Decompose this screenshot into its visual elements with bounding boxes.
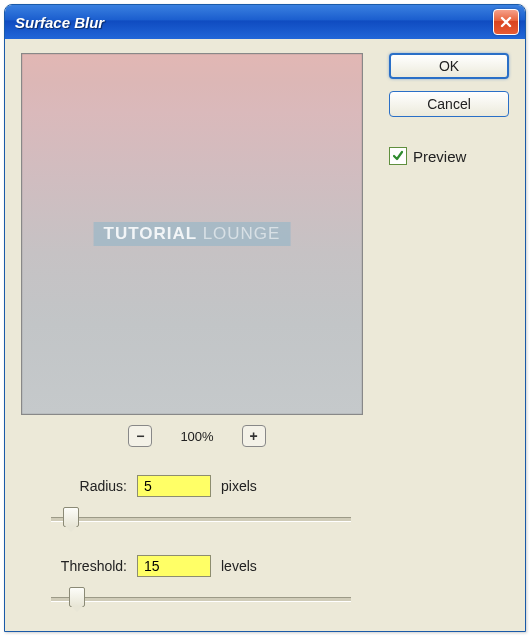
threshold-label: Threshold: xyxy=(51,558,127,574)
window-title: Surface Blur xyxy=(15,14,104,31)
preview-checkbox-row: Preview xyxy=(389,147,509,165)
threshold-row: Threshold: levels xyxy=(51,555,373,577)
watermark-strong: TUTORIAL xyxy=(104,224,197,243)
watermark-light: LOUNGE xyxy=(203,224,281,243)
titlebar[interactable]: Surface Blur xyxy=(5,5,525,39)
slider-track xyxy=(51,597,351,602)
radius-row: Radius: pixels xyxy=(51,475,373,497)
minus-icon: − xyxy=(136,428,144,444)
close-icon xyxy=(500,16,512,28)
preview-label: Preview xyxy=(413,148,466,165)
surface-blur-dialog: Surface Blur TUTORIAL LOUNGE − 100% + xyxy=(4,4,526,632)
check-icon xyxy=(392,150,404,162)
radius-input[interactable] xyxy=(137,475,211,497)
radius-label: Radius: xyxy=(51,478,127,494)
watermark: TUTORIAL LOUNGE xyxy=(94,222,291,246)
right-column: OK Cancel Preview xyxy=(389,53,509,617)
zoom-in-button[interactable]: + xyxy=(242,425,266,447)
preview-checkbox[interactable] xyxy=(389,147,407,165)
radius-unit: pixels xyxy=(221,478,257,494)
zoom-level: 100% xyxy=(180,429,213,444)
cancel-button[interactable]: Cancel xyxy=(389,91,509,117)
zoom-controls: − 100% + xyxy=(21,425,373,447)
radius-slider-thumb[interactable] xyxy=(63,507,79,527)
slider-track xyxy=(51,517,351,522)
threshold-input[interactable] xyxy=(137,555,211,577)
radius-slider[interactable] xyxy=(51,507,351,527)
close-button[interactable] xyxy=(493,9,519,35)
dialog-body: TUTORIAL LOUNGE − 100% + Radius: pixels xyxy=(5,39,525,631)
ok-button[interactable]: OK xyxy=(389,53,509,79)
preview-image[interactable]: TUTORIAL LOUNGE xyxy=(21,53,363,415)
threshold-slider-thumb[interactable] xyxy=(69,587,85,607)
left-column: TUTORIAL LOUNGE − 100% + Radius: pixels xyxy=(21,53,373,617)
zoom-out-button[interactable]: − xyxy=(128,425,152,447)
threshold-slider[interactable] xyxy=(51,587,351,607)
plus-icon: + xyxy=(250,428,258,444)
threshold-unit: levels xyxy=(221,558,257,574)
